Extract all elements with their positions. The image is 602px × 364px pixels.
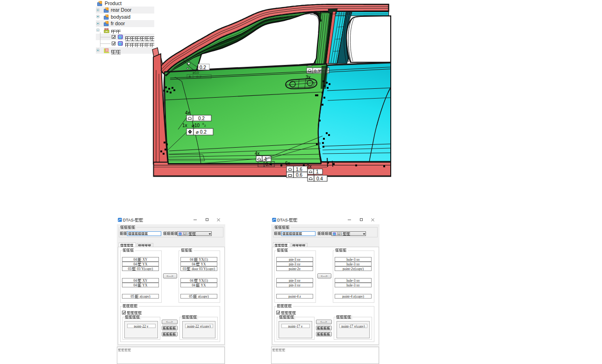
svg-text:⌀10: ⌀10 [193, 71, 199, 75]
svg-text:1x: 1x [182, 123, 187, 128]
svg-text:0.2: 0.2 [196, 75, 202, 79]
svg-text:0.4: 0.4 [265, 162, 272, 167]
svg-text:4x: 4x [255, 151, 260, 156]
svg-text:3x: 3x [306, 75, 311, 80]
svg-text:⌀ 0.2: ⌀ 0.2 [196, 129, 207, 135]
svg-text:0.4: 0.4 [316, 176, 323, 181]
svg-text:⌀10: ⌀10 [192, 123, 200, 128]
svg-text:0.6: 0.6 [296, 172, 302, 178]
svg-text:0.2: 0.2 [198, 116, 205, 121]
svg-text:2x: 2x [307, 164, 312, 169]
svg-text:6x: 6x [285, 161, 290, 166]
svg-text:0.2: 0.2 [200, 65, 206, 70]
svg-text:4x: 4x [185, 110, 190, 115]
svg-text:1: 1 [316, 169, 319, 174]
svg-text:1.6: 1.6 [296, 167, 302, 172]
